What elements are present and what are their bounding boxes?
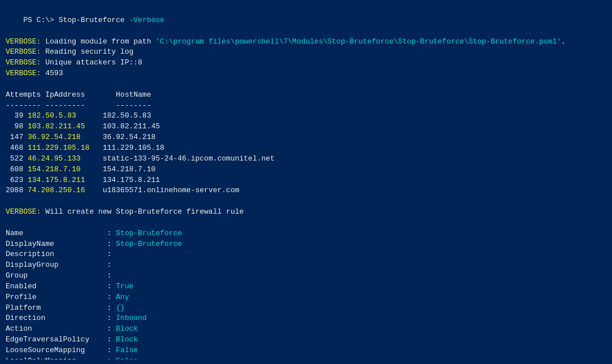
verbose-line-4: VERBOSE: 4593 — [6, 68, 606, 79]
table-row-4: 468 111.229.105.18 111.229.105.18 — [6, 143, 606, 154]
table-row-2: 98 103.82.211.45 103.82.211.45 — [6, 122, 606, 132]
prop-platform: Platform : {} — [6, 303, 606, 314]
terminal-window: PS C:\> Stop-Bruteforce -Verbose VERBOSE… — [6, 5, 606, 359]
table-dashes: -------- --------- -------- — [6, 101, 606, 111]
table-row-5: 522 46.24.95.133 static-133-95-24-46.ipc… — [6, 154, 606, 164]
verbose-line-3: VERBOSE: Unique attackers IP::8 — [6, 58, 606, 68]
prop-direction: Direction : Inbound — [6, 313, 606, 324]
prop-action: Action : Block — [6, 324, 606, 335]
prop-localonlymapping: LocalOnlyMapping : False — [6, 356, 606, 359]
prop-name: Name : Stop-Bruteforce — [6, 228, 606, 239]
table-row-3: 147 36.92.54.218 36.92.54.218 — [6, 132, 606, 143]
prompt-line: PS C:\> Stop-Bruteforce -Verbose — [6, 5, 606, 37]
prop-profile: Profile : Any — [6, 292, 606, 303]
prop-displaygroup: DisplayGroup : — [6, 260, 606, 271]
blank-2 — [6, 196, 606, 207]
table-row-6: 608 154.218.7.10 154.218.7.10 — [6, 164, 606, 175]
table-row-8: 2088 74.208.250.16 u18365571.onlinehome-… — [6, 185, 606, 196]
table-row-1: 39 182.50.5.83 182.50.5.83 — [6, 111, 606, 122]
blank-3 — [6, 218, 606, 228]
table-row-7: 623 134.175.8.211 134.175.8.211 — [6, 175, 606, 186]
prop-group: Group : — [6, 271, 606, 281]
prop-enabled: Enabled : True — [6, 281, 606, 292]
ps-prompt: PS C:\> — [23, 16, 58, 24]
verbose-line-1: VERBOSE: Loading module from path 'C:\pr… — [6, 37, 606, 47]
ps-flag: -Verbose — [125, 16, 164, 24]
table-header: Attempts IpAddress HostName — [6, 90, 606, 101]
prop-displayname: DisplayName : Stop-Bruteforce — [6, 239, 606, 250]
verbose-line-2: VERBOSE: Reading security log — [6, 47, 606, 58]
blank-1 — [6, 79, 606, 90]
verbose-firewall: VERBOSE: Will create new Stop-Bruteforce… — [6, 207, 606, 218]
prop-description: Description : — [6, 249, 606, 260]
prop-edgetraversalpolicy: EdgeTraversalPolicy : Block — [6, 335, 606, 345]
ps-command: Stop-Bruteforce — [59, 16, 125, 24]
prop-loosesourcemapping: LooseSourceMapping : False — [6, 345, 606, 356]
